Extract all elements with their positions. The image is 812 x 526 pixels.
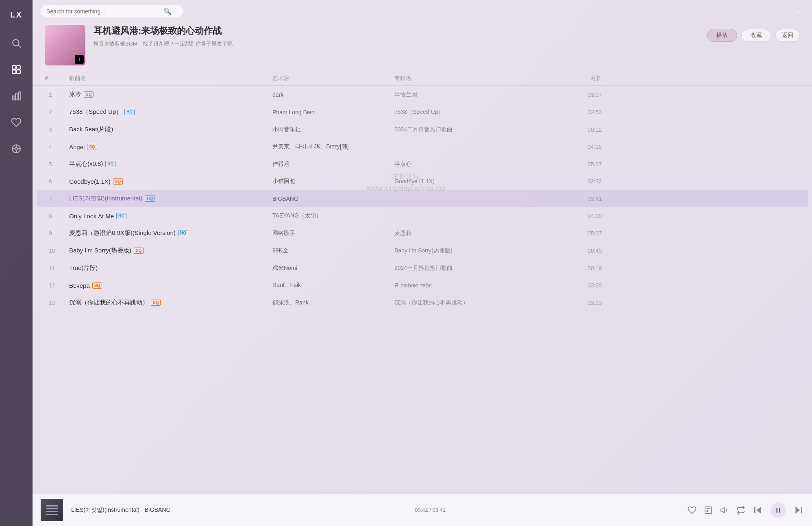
song-title-wrap: 7538（Speed Up） HQ xyxy=(69,108,272,116)
sidebar-item-search[interactable] xyxy=(0,30,33,56)
song-title-wrap: Baby I'm Sorry(热播版) SQ xyxy=(69,247,272,254)
next-button[interactable] xyxy=(793,505,804,515)
quality-badge: SQ xyxy=(92,283,102,289)
song-title: 半点心(x0.8) xyxy=(69,160,103,168)
song-artist: 网络歌手 xyxy=(272,230,394,237)
song-title: Only Look At Me xyxy=(69,213,114,220)
svg-line-1 xyxy=(18,45,21,47)
song-duration: 02:32 xyxy=(557,178,606,185)
song-album: 沉溺（你让我的心不再跳动） xyxy=(394,299,557,306)
song-list: 1 冰冷 SQ dark 早悟兰因 03:07 2 7538（Speed Up）… xyxy=(33,86,812,493)
table-row[interactable]: 12 Вечера SQ Rauf、Faik Я люблю тебя 03:2… xyxy=(37,277,808,294)
svg-marker-24 xyxy=(795,506,800,513)
quality-badge: HQ xyxy=(178,230,188,236)
song-album: Я люблю тебя xyxy=(394,282,557,289)
table-row[interactable]: 9 麦恩莉（游澄焰0.9X版)(Single Version) HQ 网络歌手 … xyxy=(37,224,808,242)
song-title-wrap: 冰冷 SQ xyxy=(69,91,272,98)
player-cover-art xyxy=(46,505,58,515)
song-number: 9 xyxy=(45,230,69,237)
table-row[interactable]: 3 Back Seat(片段) 小田音乐社 2024二月抖音热门歌曲 00:12 xyxy=(37,121,808,138)
song-artist: 尹美莱、타이거 JK、Bizzy[韩] xyxy=(272,143,394,150)
song-album: Goodbye (1.1X) xyxy=(394,178,557,185)
svg-rect-22 xyxy=(776,508,777,513)
svg-rect-4 xyxy=(12,70,16,74)
sidebar-item-favorite[interactable] xyxy=(0,109,33,135)
song-title-wrap: Angel SQ xyxy=(69,143,272,150)
song-title-wrap: True(片段) xyxy=(69,264,272,272)
table-header: # 歌曲名 艺术家 专辑名 时长 xyxy=(33,72,812,86)
song-duration: 03:20 xyxy=(557,282,606,289)
play-pause-button[interactable] xyxy=(771,502,786,518)
player-bar: LIES(거짓말)(Instrumental) - BIGBANG 00:42 … xyxy=(33,493,812,526)
search-box[interactable]: 🔍 xyxy=(41,5,183,17)
table-row[interactable]: 13 沉溺（你让我的心不再跳动） SQ 郁泳洗、Rank 沉溺（你让我的心不再跳… xyxy=(37,294,808,311)
song-number: 4 xyxy=(45,143,69,150)
play-button[interactable]: 播放 xyxy=(707,29,737,42)
table-row[interactable]: 5 半点心(x0.8) HQ 佳得乐 半点心 05:27 xyxy=(37,155,808,173)
svg-marker-19 xyxy=(721,507,724,513)
back-button[interactable]: 返回 xyxy=(775,29,800,42)
col-artist: 艺术家 xyxy=(272,75,394,82)
table-row[interactable]: 1 冰冷 SQ dark 早悟兰因 03:07 xyxy=(37,86,808,103)
minimize-button[interactable]: — xyxy=(792,7,804,15)
song-album: 麦恩莉 xyxy=(394,230,557,237)
song-number: 1 xyxy=(45,91,69,98)
volume-icon[interactable] xyxy=(720,506,729,515)
player-cover xyxy=(41,499,63,521)
svg-rect-7 xyxy=(15,93,17,100)
song-title: Goodbye(1.1X) xyxy=(69,178,111,185)
song-number: 13 xyxy=(45,300,69,306)
playlist-actions: 播放 收藏 返回 xyxy=(707,25,800,42)
main-content: 🔍 — ♪ 耳机避风港:来场极致的心动作战 抖音火热剪辑BGM，找了很久吧？一定… xyxy=(33,0,812,526)
sidebar-item-library[interactable] xyxy=(0,56,33,83)
song-album: 2024一月抖音热门歌曲 xyxy=(394,265,557,272)
lyrics-icon[interactable] xyxy=(704,506,713,515)
song-number: 11 xyxy=(45,265,69,272)
sidebar-item-local[interactable] xyxy=(0,135,33,162)
player-controls xyxy=(688,502,804,518)
col-duration: 时长 xyxy=(557,75,606,82)
song-title-wrap: Back Seat(片段) xyxy=(69,126,272,133)
col-num: # xyxy=(45,75,69,82)
song-title-wrap: 麦恩莉（游澄焰0.9X版)(Single Version) HQ xyxy=(69,229,272,237)
svg-rect-5 xyxy=(17,70,20,74)
table-row[interactable]: 4 Angel SQ 尹美莱、타이거 JK、Bizzy[韩] 04:15 xyxy=(37,138,808,155)
playlist-info: 耳机避风港:来场极致的心动作战 抖音火热剪辑BGM，找了很久吧？一定甜到你骨子里… xyxy=(94,25,699,48)
song-title: Вечера xyxy=(69,282,90,289)
sidebar-item-charts[interactable] xyxy=(0,83,33,109)
song-artist: 小田音乐社 xyxy=(272,126,394,133)
col-title: 歌曲名 xyxy=(69,75,272,82)
collect-button[interactable]: 收藏 xyxy=(741,29,771,42)
repeat-icon[interactable] xyxy=(736,506,745,515)
song-title: 沉溺（你让我的心不再跳动） xyxy=(69,299,148,306)
quality-badge: HQ xyxy=(116,213,126,219)
favorite-icon[interactable] xyxy=(688,506,697,515)
song-title: 冰冷 xyxy=(69,91,81,98)
song-artist: 99K金 xyxy=(272,247,394,254)
playlist-header: ♪ 耳机避风港:来场极致的心动作战 抖音火热剪辑BGM，找了很久吧？一定甜到你骨… xyxy=(33,21,812,72)
table-row[interactable]: 10 Baby I'm Sorry(热播版) SQ 99K金 Baby I'm … xyxy=(37,242,808,259)
table-row[interactable]: 2 7538（Speed Up） HQ Pham Long Bien 7538（… xyxy=(37,103,808,121)
svg-rect-8 xyxy=(18,92,20,100)
table-row[interactable]: 8 Only Look At Me HQ TAEYANG（太阳） 04:00 xyxy=(37,207,808,224)
song-title-wrap: LIES(거짓말)(Instrumental) HQ xyxy=(69,195,272,202)
prev-button[interactable] xyxy=(753,505,763,515)
song-title-wrap: Goodbye(1.1X) SQ xyxy=(69,178,272,185)
song-artist: BIGBANG xyxy=(272,196,394,202)
table-row[interactable]: 7 LIES(거짓말)(Instrumental) HQ BIGBANG 03:… xyxy=(37,190,808,207)
quality-badge: HQ xyxy=(105,161,115,167)
song-title: LIES(거짓말)(Instrumental) xyxy=(69,195,142,202)
song-album: 7538（Speed Up） xyxy=(394,109,557,116)
search-input[interactable] xyxy=(46,8,160,15)
song-artist: dark xyxy=(272,91,394,98)
header-right: — xyxy=(792,7,804,15)
search-icon[interactable]: 🔍 xyxy=(163,7,172,15)
playlist-title: 耳机避风港:来场极致的心动作战 xyxy=(94,25,699,37)
song-album: 半点心 xyxy=(394,161,557,168)
song-title-wrap: Вечера SQ xyxy=(69,282,272,289)
song-duration: 00:19 xyxy=(557,265,606,272)
song-artist: 郁泳洗、Rank xyxy=(272,299,394,306)
table-row[interactable]: 11 True(片段) 糯米Nomi 2024一月抖音热门歌曲 00:19 xyxy=(37,259,808,277)
table-row[interactable]: 6 Goodbye(1.1X) SQ 小猫阿包 Goodbye (1.1X) 0… xyxy=(37,173,808,190)
quality-badge: SQ xyxy=(84,91,94,98)
